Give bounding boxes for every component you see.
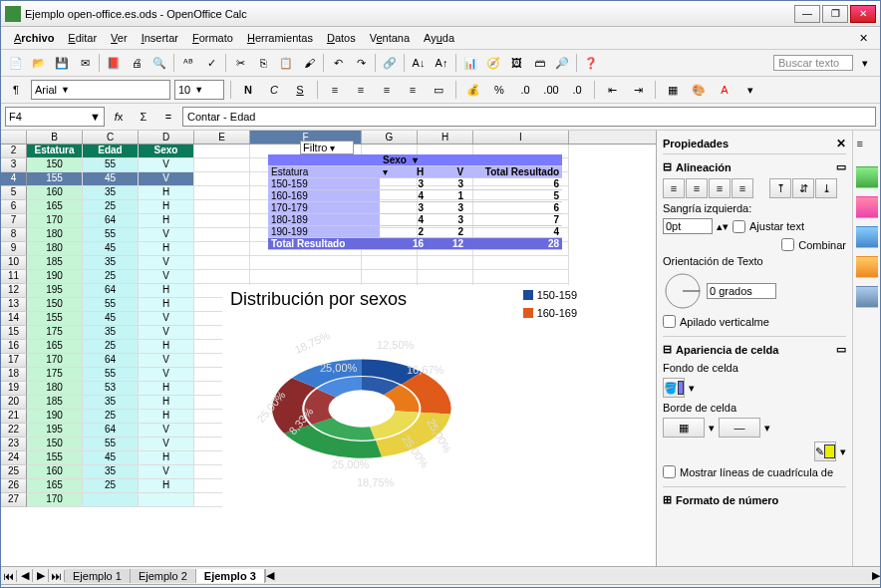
menu-ventana[interactable]: Ventana <box>363 29 417 47</box>
equals-icon[interactable]: = <box>157 106 179 128</box>
help-icon[interactable]: ❓ <box>580 52 602 74</box>
redo-icon[interactable]: ↷ <box>350 52 372 74</box>
merge-icon[interactable]: ▭ <box>428 79 449 101</box>
collapse-icon2[interactable]: ⊟ <box>663 343 672 356</box>
wrap-checkbox[interactable] <box>733 220 745 233</box>
fill-dropdown-icon[interactable]: ▾ <box>689 382 695 395</box>
col-header-c[interactable]: C <box>83 131 139 144</box>
underline-icon[interactable]: S <box>289 79 311 101</box>
border-preset-button[interactable]: ▦ <box>663 418 705 438</box>
undo-icon[interactable]: ↶ <box>327 52 349 74</box>
section-more-icon[interactable]: ▭ <box>836 160 846 173</box>
pivot-filter-button[interactable]: Filtro ▾ <box>300 141 354 154</box>
spreadsheet-grid[interactable]: B C D E F G H I 2EstaturaEdadSexo315055V… <box>1 131 656 566</box>
align-left-icon[interactable]: ≡ <box>324 79 346 101</box>
menu-datos[interactable]: Datos <box>320 29 363 47</box>
cell-reference-box[interactable]: F4▼ <box>5 107 105 127</box>
align-justify-btn[interactable]: ≡ <box>732 178 753 198</box>
fill-color-button[interactable]: 🪣 <box>663 378 685 398</box>
valign-bot-btn[interactable]: ⤓ <box>815 178 837 198</box>
tab-ejemplo-1[interactable]: Ejemplo 1 <box>65 569 131 583</box>
close-button[interactable]: ✕ <box>850 5 876 23</box>
sum-icon[interactable]: Σ <box>133 106 154 128</box>
border-style-button[interactable]: — <box>719 418 760 438</box>
menu-ver[interactable]: Ver <box>104 29 135 47</box>
col-header-i[interactable]: I <box>473 131 569 144</box>
font-name-combo[interactable]: Arial▼ <box>31 80 170 100</box>
formula-input[interactable]: Contar - Edad <box>182 107 876 127</box>
pdf-icon[interactable]: 📕 <box>103 52 125 74</box>
border-dd3[interactable]: ▾ <box>840 445 846 458</box>
font-color-icon[interactable]: A <box>714 79 735 101</box>
menu-editar[interactable]: Editar <box>61 29 104 47</box>
menu-close-icon[interactable]: ✕ <box>853 30 874 47</box>
search-input[interactable]: Buscar texto <box>773 55 853 71</box>
function-wizard-icon[interactable]: fx <box>108 106 130 128</box>
minimize-button[interactable]: — <box>794 5 820 23</box>
gallery-icon[interactable]: 🖼 <box>505 52 527 74</box>
col-header-h[interactable]: H <box>418 131 473 144</box>
borders-icon[interactable]: ▦ <box>662 79 684 101</box>
col-header-b[interactable]: B <box>27 131 83 144</box>
expand-icon[interactable]: ⊞ <box>663 493 672 506</box>
stacked-checkbox[interactable] <box>663 315 676 328</box>
sidebar-properties-icon[interactable] <box>856 166 878 188</box>
sort-asc-icon[interactable]: A↓ <box>408 52 430 74</box>
new-icon[interactable]: 📄 <box>5 52 27 74</box>
remove-decimal-icon[interactable]: .0 <box>566 79 588 101</box>
percent-icon[interactable]: % <box>488 79 510 101</box>
border-dd2[interactable]: ▾ <box>764 422 770 435</box>
sidebar-gallery-icon[interactable] <box>856 226 878 248</box>
tab-next-icon[interactable]: ▶ <box>33 569 49 582</box>
orientation-dial[interactable] <box>663 271 703 311</box>
tab-last-icon[interactable]: ⏭ <box>49 570 65 582</box>
tab-ejemplo-3[interactable]: Ejemplo 3 <box>196 569 265 583</box>
panel-close-icon[interactable]: ✕ <box>836 137 846 150</box>
sidebar-styles-icon[interactable] <box>856 196 878 218</box>
align-center-icon[interactable]: ≡ <box>350 79 372 101</box>
tab-ejemplo-2[interactable]: Ejemplo 2 <box>131 569 196 583</box>
paste-icon[interactable]: 📋 <box>275 52 297 74</box>
fill-color-icon[interactable]: 🎨 <box>688 79 710 101</box>
spell-icon[interactable]: ᴬᴮ <box>177 52 199 74</box>
menu-insertar[interactable]: Insertar <box>135 29 185 47</box>
toolbar-more2-icon[interactable]: ▾ <box>739 79 761 101</box>
styles-icon[interactable]: ¶ <box>5 79 27 101</box>
chart-object[interactable]: Distribución por sexos 150-159 160-169 <box>222 285 581 534</box>
gridlines-checkbox[interactable] <box>663 465 676 478</box>
valign-mid-btn[interactable]: ⇵ <box>792 178 814 198</box>
toolbar-more-icon[interactable]: ▾ <box>854 52 876 74</box>
col-header-d[interactable]: D <box>139 131 194 144</box>
preview-icon[interactable]: 🔍 <box>148 52 170 74</box>
menu-formato[interactable]: Formato <box>185 29 240 47</box>
indent-dec-icon[interactable]: ⇤ <box>601 79 623 101</box>
save-icon[interactable]: 💾 <box>51 52 73 74</box>
copy-icon[interactable]: ⎘ <box>252 52 274 74</box>
tab-first-icon[interactable]: ⏮ <box>1 570 17 582</box>
align-justify-icon[interactable]: ≡ <box>402 79 424 101</box>
indent-spinner[interactable]: ▴▾ <box>717 220 729 233</box>
align-center-btn[interactable]: ≡ <box>686 178 708 198</box>
italic-icon[interactable]: C <box>263 79 285 101</box>
link-icon[interactable]: 🔗 <box>379 52 401 74</box>
autospell-icon[interactable]: ✓ <box>200 52 222 74</box>
font-size-combo[interactable]: 10▼ <box>174 80 224 100</box>
sort-desc-icon[interactable]: A↑ <box>431 52 452 74</box>
tab-prev-icon[interactable]: ◀ <box>17 569 33 582</box>
navigator-icon[interactable]: 🧭 <box>482 52 504 74</box>
merge-checkbox[interactable] <box>781 238 794 251</box>
indent-input[interactable] <box>663 218 713 234</box>
sidebar-menu-icon[interactable]: ≡ <box>856 137 878 158</box>
menu-ayuda[interactable]: Ayuda <box>417 29 461 47</box>
maximize-button[interactable]: ❐ <box>822 5 848 23</box>
orientation-input[interactable] <box>707 283 776 299</box>
add-decimal-icon[interactable]: .00 <box>540 79 562 101</box>
align-right-btn[interactable]: ≡ <box>709 178 731 198</box>
col-header-e[interactable]: E <box>194 131 250 144</box>
number-icon[interactable]: .0 <box>514 79 536 101</box>
section-more-icon2[interactable]: ▭ <box>836 343 846 356</box>
menu-herramientas[interactable]: Herramientas <box>240 29 320 47</box>
menu-archivo[interactable]: Archivo <box>7 29 61 47</box>
datasource-icon[interactable]: 🗃 <box>528 52 550 74</box>
valign-top-btn[interactable]: ⤒ <box>769 178 791 198</box>
